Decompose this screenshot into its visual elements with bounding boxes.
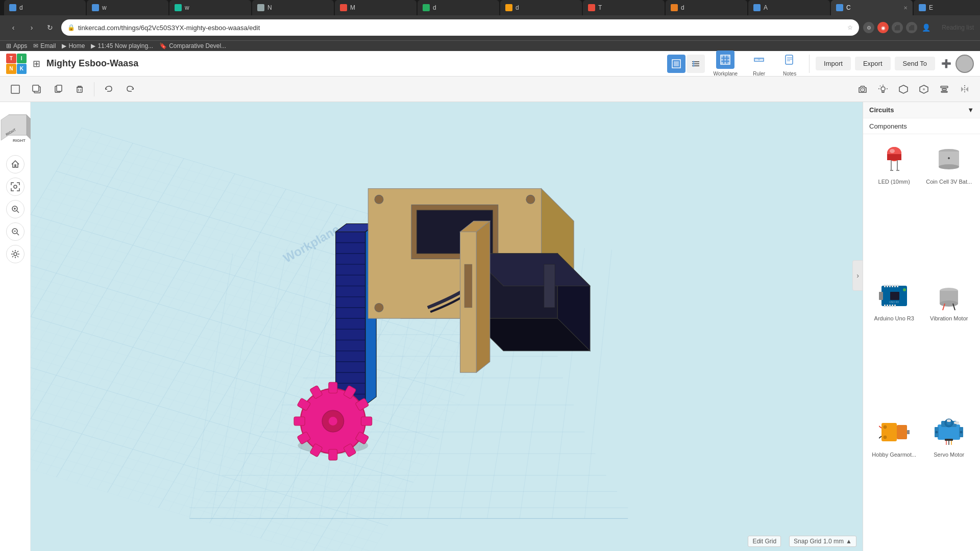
svg-rect-199	[947, 419, 951, 422]
svg-rect-189	[897, 425, 907, 439]
home-view-button[interactable]	[6, 155, 24, 173]
svg-rect-30	[33, 85, 39, 91]
bookmark-playing[interactable]: ▶ 11:45 Now playing...	[91, 42, 153, 49]
svg-rect-11	[727, 56, 729, 58]
select-tool-button[interactable]	[6, 80, 24, 98]
main-area: RIGHT RIGHT	[0, 102, 980, 551]
workplane-tab-header[interactable]: Workplane	[709, 48, 742, 79]
header-right: Workplane Ruler Notes Import Export Send…	[667, 48, 974, 79]
view-cube[interactable]: RIGHT RIGHT	[0, 108, 33, 149]
reading-list-label[interactable]: Reading list	[942, 24, 974, 31]
zoom-in-button[interactable]	[6, 200, 24, 218]
settings-button[interactable]	[6, 245, 24, 263]
bookmark-dev[interactable]: 🔖 Comparative Devel...	[159, 42, 226, 49]
list-view-button[interactable]	[687, 55, 705, 73]
notes-tab-header[interactable]: Notes	[776, 48, 803, 79]
svg-rect-176	[887, 305, 888, 307]
svg-marker-52	[966, 87, 968, 92]
export-button[interactable]: Export	[855, 57, 891, 70]
redo-button[interactable]	[121, 80, 139, 98]
tab-8[interactable]: d	[666, 0, 747, 15]
extension-icon-1[interactable]: ◉	[877, 22, 889, 33]
tinkercad-logo[interactable]: T I N K	[6, 54, 27, 74]
snap-grid-control[interactable]: Snap Grid 1.0 mm ▲	[789, 536, 856, 547]
tab-3[interactable]: N	[252, 0, 334, 15]
logo-n: N	[6, 64, 16, 74]
viewport[interactable]: Workplane	[31, 102, 863, 551]
tab-5[interactable]: d	[418, 0, 499, 15]
collapse-panel-button[interactable]: ›	[852, 260, 863, 291]
tab-6[interactable]: d	[500, 0, 582, 15]
ruler-label: Ruler	[753, 71, 765, 77]
workplane-icon	[716, 51, 734, 69]
extension-icon-3[interactable]: ⬛	[906, 22, 917, 33]
bookmark-email[interactable]: ✉ Email	[33, 42, 56, 49]
svg-rect-151	[294, 417, 305, 425]
edit-grid-button[interactable]: Edit Grid	[748, 536, 781, 547]
nav-icons: ⚙ ◉ ⬛ ⬛ 👤	[863, 22, 932, 33]
align-tool-button[interactable]	[935, 80, 953, 98]
tab-11[interactable]: E	[914, 0, 980, 15]
header-divider	[809, 55, 810, 73]
circuits-dropdown[interactable]: ▼	[967, 106, 974, 114]
fit-view-button[interactable]	[6, 178, 24, 196]
email-icon: ✉	[33, 42, 38, 49]
notes-label: Notes	[783, 71, 796, 77]
forward-button[interactable]: ›	[24, 20, 39, 35]
zoom-out-button[interactable]	[6, 222, 24, 241]
address-bar[interactable]: 🔒 tinkercad.com/things/6q2Vc50S3YX-might…	[61, 19, 859, 36]
profile-icon[interactable]: 👤	[920, 22, 932, 33]
tab-4[interactable]: M	[335, 0, 416, 15]
svg-rect-168	[879, 292, 883, 300]
duplicate-button[interactable]	[49, 80, 67, 98]
toolbar-separator-1	[94, 82, 94, 96]
copy-button[interactable]	[28, 80, 46, 98]
svg-rect-178	[892, 305, 893, 307]
add-user-button[interactable]: ➕	[939, 57, 953, 71]
tab-7[interactable]: T	[583, 0, 665, 15]
undo-button[interactable]	[100, 80, 118, 98]
refresh-button[interactable]: ↻	[43, 20, 57, 35]
bookmark-home[interactable]: ▶ Home	[62, 42, 85, 49]
tab-9[interactable]: A	[748, 0, 830, 15]
svg-rect-15	[721, 62, 723, 64]
camera-tool-button[interactable]	[853, 80, 872, 98]
import-button[interactable]: Import	[816, 57, 851, 70]
grid-menu-icon[interactable]: ⊞	[33, 58, 40, 69]
back-button[interactable]: ‹	[6, 20, 20, 35]
svg-rect-47	[941, 86, 948, 88]
tab-bar: d w w N M d d T d A C✕ E P G I R R E S S…	[0, 0, 980, 15]
light-tool-button[interactable]	[874, 80, 892, 98]
extension-icon-2[interactable]: ⬛	[892, 22, 903, 33]
extension-icon-0[interactable]: ⚙	[863, 22, 874, 33]
component-gearmotor[interactable]: Hobby Gearmot...	[867, 411, 921, 547]
tab-1[interactable]: w	[87, 0, 168, 15]
svg-line-65	[17, 233, 19, 235]
svg-point-123	[526, 195, 535, 204]
tab-10-active[interactable]: C✕	[831, 0, 913, 15]
mirror-tool-button[interactable]	[955, 80, 974, 98]
component-vibration[interactable]: Vibration Motor	[922, 275, 976, 411]
user-avatar[interactable]	[955, 55, 974, 73]
snap-grid-arrow[interactable]: ▲	[846, 538, 852, 545]
delete-button[interactable]	[70, 80, 89, 98]
component-led[interactable]: LED (10mm)	[867, 138, 921, 274]
3d-view-button[interactable]	[667, 55, 685, 73]
svg-text:RIGHT: RIGHT	[13, 138, 26, 143]
led-image	[878, 143, 911, 176]
group-tool-button[interactable]	[915, 80, 933, 98]
tab-2[interactable]: w	[169, 0, 251, 15]
svg-point-192	[884, 436, 887, 439]
component-arduino[interactable]: UNO R3 Arduino Uno R3	[867, 275, 921, 411]
svg-rect-10	[724, 56, 726, 58]
tab-0[interactable]: d	[4, 0, 86, 15]
star-icon[interactable]: ☆	[847, 24, 853, 31]
snap-tool-button[interactable]	[894, 80, 913, 98]
ruler-tab-header[interactable]: Ruler	[746, 48, 772, 79]
vibration-image	[933, 280, 965, 312]
toolbar	[0, 77, 980, 102]
bookmark-apps[interactable]: ⊞ Apps	[6, 42, 27, 49]
component-battery[interactable]: Coin Cell 3V Bat...	[922, 138, 976, 274]
component-servo[interactable]: Servo Motor	[922, 411, 976, 547]
sendto-button[interactable]: Send To	[895, 57, 935, 70]
